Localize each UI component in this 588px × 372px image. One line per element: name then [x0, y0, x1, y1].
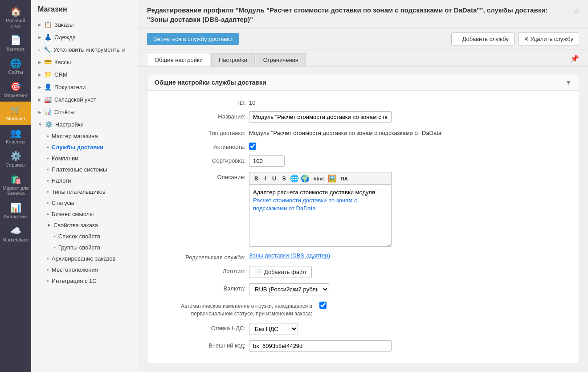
- star-icon[interactable]: ☆: [573, 6, 579, 16]
- sidebar-item-warehouse[interactable]: ▶ 🏭 Складской учет: [31, 93, 138, 106]
- editor-image-icon[interactable]: 🖼️: [328, 174, 337, 183]
- sidebar-item-desktop[interactable]: 🏠 Рабочий стол: [0, 4, 31, 32]
- bullet-icon: ●: [47, 201, 49, 205]
- name-label: Название:: [156, 111, 245, 120]
- sort-input[interactable]: [249, 155, 285, 167]
- sidebar-subitem-companies[interactable]: ● Компании: [31, 153, 138, 164]
- description-textarea[interactable]: Адаптер расчета стоимости доставки модул…: [249, 184, 392, 247]
- form-row-parent-service: Родительская служба: Зоны доставки (DBS-…: [156, 252, 570, 261]
- editor-blockquote-button[interactable]: ЯА: [339, 175, 350, 182]
- bullet-icon: ●: [47, 179, 49, 183]
- sidebar-item-services[interactable]: ⚙️ Сервисы: [0, 148, 31, 171]
- sidebar-item-clients[interactable]: 👥 Клиенты: [0, 125, 31, 148]
- add-service-button[interactable]: + Добавить службу: [451, 33, 514, 45]
- sidebar-item-marketing[interactable]: 🎯 Маркетинг: [0, 78, 31, 102]
- description-link[interactable]: Расчет стоимости доставки по зонам с под…: [253, 197, 357, 212]
- sidebar-item-analytics[interactable]: 📊 Аналитика: [0, 200, 31, 223]
- sites-icon: 🌐: [10, 59, 21, 68]
- sidebar-subsubitem-props-groups[interactable]: ● Группы свойств: [31, 242, 138, 253]
- sidebar-item-marketplace[interactable]: ☁️ Marketplace: [0, 223, 31, 246]
- sidebar-item-settings[interactable]: ▼ ⚙️ Настройки: [31, 118, 138, 131]
- chevron-right-icon: ▶: [38, 60, 41, 65]
- sidebar-subitem-statuses[interactable]: ● Статусы: [31, 197, 138, 208]
- nav-sub-item-label: Бизнес смыслы: [52, 211, 94, 217]
- nav-sub-item-label: Свойства заказа: [53, 222, 98, 229]
- sidebar-subitem-payment-systems[interactable]: ● Платежные системы: [31, 164, 138, 175]
- sidebar-item-label: Сервисы: [5, 162, 26, 168]
- section-container: Общие настройки службы доставки ▼ ID: 10…: [147, 74, 579, 364]
- sidebar-subitem-shop-master[interactable]: ● Мастер магазина: [31, 131, 138, 142]
- chevron-right-icon: ▶: [38, 85, 41, 90]
- sidebar-subitem-business-meanings[interactable]: ● Бизнес смыслы: [31, 208, 138, 220]
- sidebar-subitem-integration-1c[interactable]: ● Интеграция с 1С: [31, 275, 138, 286]
- nav-sub-item-label: Местоположения: [52, 266, 98, 273]
- editor-link2-icon[interactable]: 🌍: [301, 174, 310, 183]
- nav-item-label: Заказы: [54, 21, 74, 28]
- sidebar-item-clothes[interactable]: ▶ 👗 Одежда: [31, 31, 138, 43]
- pin-icon[interactable]: 📌: [570, 54, 579, 63]
- editor-bold-button[interactable]: B: [252, 175, 261, 183]
- logo-label: Логотип:: [156, 266, 245, 274]
- sidebar-item-label: Маркетинг: [4, 93, 27, 98]
- back-button[interactable]: Вернуться в службу доставки: [147, 33, 239, 45]
- sidebar-subitem-archive-orders[interactable]: ● Архивирование заказов: [31, 253, 138, 264]
- external-code-input[interactable]: [249, 340, 392, 352]
- nav-item-label: Складской учет: [54, 96, 96, 103]
- sidebar-subitem-delivery-services[interactable]: ● Службы доставки: [31, 142, 138, 153]
- sidebar-item-install-tools[interactable]: ● 🔧 Установить инструменты и: [31, 43, 138, 56]
- form-row-vat: Ставка НДС: Без НДС: [156, 323, 570, 335]
- form-row-delivery-type: Тип доставки: Модуль "Расчет стоимости д…: [156, 128, 570, 136]
- chevron-right-icon: ▶: [38, 72, 41, 77]
- sidebar-subitem-order-props[interactable]: ▼ Свойства заказа: [31, 220, 138, 231]
- editor-toolbar: B I U S 🌐 🌍 html 🖼️ ЯА: [249, 172, 392, 184]
- editor-link-icon[interactable]: 🌐: [290, 174, 299, 183]
- bullet-icon: ●: [47, 268, 49, 272]
- services-icon: ⚙️: [10, 151, 21, 160]
- parent-service-link[interactable]: Зоны доставки (DBS-адаптер): [249, 252, 330, 259]
- sidebar-item-crm[interactable]: ▶ 📁 CRM: [31, 68, 138, 81]
- vat-select[interactable]: Без НДС: [249, 323, 298, 335]
- page-header: Редактирование профиля "Модуль "Расчет с…: [138, 0, 588, 29]
- bullet-icon: ●: [47, 168, 49, 172]
- form-row-name: Название:: [156, 111, 570, 123]
- add-file-button[interactable]: 📄 Добавить файл: [249, 266, 312, 278]
- name-input[interactable]: [249, 111, 392, 123]
- sidebar-subitem-taxes[interactable]: ● Налоги: [31, 175, 138, 186]
- editor-html-button[interactable]: html: [311, 175, 326, 182]
- sidebar-item-orders[interactable]: ▶ 📋 Заказы: [31, 18, 138, 31]
- sidebar-subitem-locations[interactable]: ● Местоположения: [31, 264, 138, 275]
- editor-italic-button[interactable]: I: [262, 175, 268, 183]
- sidebar-item-buyers[interactable]: ▶ 👤 Покупатели: [31, 81, 138, 93]
- sidebar-item-market-biznes[interactable]: 🛍️ Маркет для бизнеса: [0, 171, 31, 200]
- sidebar-item-shop[interactable]: 🛒 Магазин: [0, 102, 31, 125]
- sidebar-item-label: Рабочий стол: [2, 18, 29, 29]
- parent-service-label: Родительская служба:: [156, 252, 245, 261]
- tab-general[interactable]: Общие настройки: [147, 53, 210, 66]
- activity-checkbox[interactable]: [249, 143, 256, 150]
- tab-restrictions[interactable]: Ограничения: [256, 53, 306, 66]
- editor-strikethrough-button[interactable]: S: [280, 175, 288, 183]
- chevron-right-icon: ▶: [38, 35, 41, 40]
- editor-underline-button[interactable]: U: [270, 175, 278, 183]
- tab-settings[interactable]: Настройки: [211, 53, 255, 66]
- chevron-right-icon: ▶: [38, 97, 41, 102]
- nav-item-label: Установить инструменты и: [53, 46, 126, 53]
- sidebar-item-label: Marketplace: [2, 237, 29, 242]
- sidebar-item-cashier[interactable]: ▶ 💳 Кассы: [31, 56, 138, 68]
- currency-select[interactable]: RUB (Российский рубль): [249, 283, 329, 295]
- delete-service-button[interactable]: ✕ Удалить службу: [518, 33, 579, 45]
- sidebar-item-sites[interactable]: 🌐 Сайты: [0, 55, 31, 78]
- nav-sub-item-label: Типы плательщиков: [52, 188, 106, 195]
- sidebar-item-content[interactable]: 📄 Контент: [0, 32, 31, 55]
- sidebar-subitem-payer-types[interactable]: ● Типы плательщиков: [31, 186, 138, 197]
- form-row-external-code: Внешний код:: [156, 340, 570, 352]
- sidebar-item-label: Аналитика: [4, 214, 28, 219]
- nav-sub-item-label: Архивирование заказов: [52, 255, 116, 262]
- section-collapse-icon[interactable]: ▼: [565, 79, 572, 86]
- auto-change-checkbox[interactable]: [319, 302, 327, 309]
- sidebar-item-label: Магазин: [6, 116, 25, 121]
- sidebar-subsubitem-props-list[interactable]: ● Список свойств: [31, 231, 138, 242]
- sidebar-item-label: Контент: [7, 46, 25, 52]
- page-title: Редактирование профиля "Модуль "Расчет с…: [147, 5, 579, 24]
- sidebar-item-reports[interactable]: ▶ 📊 Отчёты: [31, 106, 138, 118]
